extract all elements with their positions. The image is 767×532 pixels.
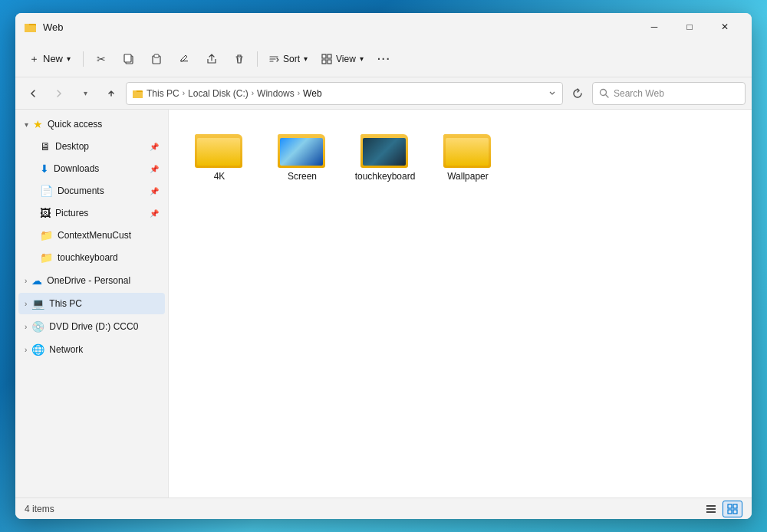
path-sep-2: ›	[252, 89, 254, 97]
downloads-icon: ⬇	[40, 163, 49, 175]
path-thispc: This PC	[146, 88, 179, 99]
svg-rect-13	[133, 92, 143, 98]
thispc-label: This PC	[49, 298, 159, 309]
desktop-pin-icon: 📌	[150, 143, 159, 151]
copy-button[interactable]	[116, 46, 142, 72]
quick-access-star-icon: ★	[33, 118, 43, 130]
path-web: Web	[303, 88, 321, 99]
sidebar-item-contextmenucust[interactable]: 📁 ContextMenuCust	[18, 225, 165, 246]
search-box[interactable]: Search Web	[592, 82, 746, 105]
rename-button[interactable]	[171, 46, 197, 72]
svg-rect-11	[328, 60, 331, 64]
svg-rect-18	[706, 511, 716, 513]
svg-rect-1	[25, 25, 36, 32]
files-grid: 4K Screen	[181, 122, 739, 189]
pictures-label: Pictures	[55, 208, 145, 218]
svg-rect-2	[25, 24, 29, 26]
address-bar[interactable]: This PC › Local Disk (C:) › Windows › We…	[126, 82, 563, 105]
folder-4k[interactable]: 4K	[181, 122, 258, 189]
dvddrive-icon: 💿	[31, 320, 44, 333]
path-sep-3: ›	[298, 89, 300, 97]
more-button[interactable]: ···	[371, 46, 397, 72]
sidebar-item-documents[interactable]: 📄 Documents 📌	[18, 180, 165, 202]
sidebar-item-network[interactable]: › 🌐 Network	[18, 339, 165, 360]
sidebar-item-dvddrive[interactable]: › 💿 DVD Drive (D:) CCC0	[18, 316, 165, 337]
folder-touchkeyboard-icon	[360, 128, 410, 168]
svg-point-15	[601, 90, 607, 96]
new-label: New	[43, 53, 63, 64]
folder-wallpaper-icon	[443, 128, 492, 168]
folder-wallpaper[interactable]: Wallpaper	[430, 122, 506, 189]
close-button[interactable]: ✕	[707, 15, 742, 39]
svg-rect-22	[733, 510, 737, 514]
maximize-button[interactable]: □	[672, 15, 707, 39]
sidebar-item-touchkeyboard[interactable]: 📁 touchkeyboard	[18, 247, 165, 268]
contextmenucust-icon: 📁	[40, 229, 53, 241]
paste-button[interactable]	[143, 46, 170, 72]
thispc-section: › 💻 This PC	[15, 293, 168, 314]
dvddrive-chevron: ›	[25, 323, 27, 331]
folder-touchkeyboard[interactable]: touchkeyboard	[347, 122, 423, 189]
sidebar-item-downloads[interactable]: ⬇ Downloads 📌	[18, 158, 165, 179]
onedrive-section: › ☁ OneDrive - Personal	[15, 270, 168, 291]
svg-rect-10	[322, 60, 326, 64]
folder-screen[interactable]: Screen	[264, 122, 341, 189]
svg-rect-4	[124, 54, 131, 62]
cut-button[interactable]: ✂	[88, 46, 114, 72]
quick-access-section: ▾ ★ Quick access 🖥 Desktop 📌 ⬇ Downloads…	[15, 113, 168, 268]
thispc-icon: 💻	[31, 297, 44, 310]
sidebar-item-thispc[interactable]: › 💻 This PC	[18, 293, 165, 314]
toolbar-separator-1	[83, 51, 84, 67]
desktop-icon: 🖥	[40, 140, 51, 153]
list-view-button[interactable]	[701, 501, 721, 517]
dvddrive-label: DVD Drive (D:) CCC0	[49, 321, 159, 332]
onedrive-chevron: ›	[25, 277, 27, 285]
sort-button[interactable]: Sort ▾	[262, 46, 314, 72]
sidebar-item-pictures[interactable]: 🖼 Pictures 📌	[18, 202, 165, 224]
up-button[interactable]	[100, 83, 123, 104]
quick-access-chevron: ▾	[25, 120, 28, 129]
documents-pin-icon: 📌	[150, 187, 159, 195]
minimize-button[interactable]: ─	[637, 15, 672, 39]
grid-view-button[interactable]	[723, 501, 742, 517]
svg-rect-8	[322, 54, 326, 58]
expand-recent-button[interactable]: ▾	[74, 83, 97, 104]
new-button[interactable]: ＋ New ▾	[21, 46, 78, 72]
downloads-pin-icon: 📌	[150, 165, 159, 173]
quick-access-label: Quick access	[48, 119, 159, 130]
statusbar: 4 items	[15, 498, 752, 519]
svg-rect-14	[133, 90, 137, 93]
svg-rect-6	[154, 54, 159, 57]
pictures-pin-icon: 📌	[150, 209, 159, 218]
addressbar: ▾ This PC › Local Disk (C:) › Windows › …	[15, 77, 752, 110]
file-explorer-window: Web ─ □ ✕ ＋ New ▾ ✂	[15, 13, 752, 519]
thispc-chevron: ›	[25, 300, 27, 308]
sidebar-item-onedrive[interactable]: › ☁ OneDrive - Personal	[18, 270, 165, 291]
view-label: View	[336, 54, 356, 64]
share-button[interactable]	[199, 46, 225, 72]
toolbar-separator-2	[257, 51, 258, 67]
view-button[interactable]: View ▾	[315, 46, 370, 72]
documents-label: Documents	[58, 186, 145, 196]
sidebar-item-desktop[interactable]: 🖥 Desktop 📌	[18, 136, 165, 157]
contextmenucust-label: ContextMenuCust	[58, 230, 159, 241]
window-controls: ─ □ ✕	[637, 15, 742, 39]
delete-button[interactable]	[226, 46, 252, 72]
network-icon: 🌐	[31, 343, 44, 356]
network-section: › 🌐 Network	[15, 339, 168, 360]
content-area: 4K Screen	[169, 110, 752, 498]
folder-screen-name: Screen	[288, 171, 317, 183]
svg-rect-16	[706, 505, 716, 507]
touchkeyboard-sidebar-icon: 📁	[40, 251, 53, 264]
sidebar-item-quick-access[interactable]: ▾ ★ Quick access	[18, 113, 165, 135]
svg-rect-21	[728, 510, 732, 514]
back-button[interactable]	[21, 83, 44, 104]
folder-4k-icon	[195, 128, 244, 168]
refresh-button[interactable]	[566, 83, 589, 104]
onedrive-icon: ☁	[31, 274, 42, 287]
folder-touchkeyboard-name: touchkeyboard	[355, 171, 416, 183]
sort-chevron-icon: ▾	[304, 54, 308, 63]
forward-button[interactable]	[48, 83, 71, 104]
documents-icon: 📄	[40, 185, 53, 197]
folder-screen-icon	[278, 128, 327, 168]
